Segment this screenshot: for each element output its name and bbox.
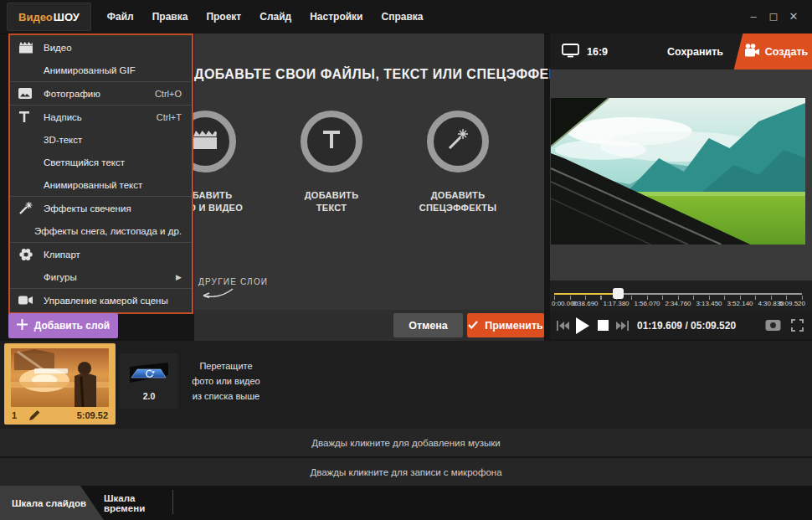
menu-item-shapes[interactable]: Фигуры ▶ <box>10 265 192 288</box>
menu-item-label: Эффекты снега, листопада и др. <box>34 226 182 236</box>
save-button[interactable]: Сохранить <box>667 33 723 70</box>
page-title: ДОБАВЬТЕ СВОИ ФАЙЛЫ, ТЕКСТ ИЛИ СПЕЦЭФФЕК… <box>194 67 489 82</box>
tab-time-scale[interactable]: Шкала времени <box>104 486 174 520</box>
menu-item-label: Клипарт <box>44 250 182 260</box>
snapshot-icon[interactable] <box>765 319 781 332</box>
menu-item-label: Анимированный GIF <box>44 65 182 75</box>
menu-item-3d-text[interactable]: 3D-текст <box>10 128 192 151</box>
clipart-icon <box>18 247 44 262</box>
preview-timeline-ruler[interactable]: 0:00.000 0:38.690 1:17.380 1:56.070 2:34… <box>550 281 812 311</box>
logo-text-2: ШОУ <box>54 11 80 23</box>
clapperboard-icon <box>18 41 44 54</box>
seek-track-progress <box>554 293 619 295</box>
menu-item-scene-camera[interactable]: Управление камерой сцены <box>10 288 192 311</box>
submenu-arrow-icon: ▶ <box>176 273 182 281</box>
editor-action-bar: Отмена Применить <box>194 310 544 341</box>
stop-button[interactable] <box>598 320 609 331</box>
music-hint-label: Дважды кликните для добавления музыки <box>311 438 500 448</box>
menu-item-clipart[interactable]: Клипарт <box>10 242 192 265</box>
cancel-button[interactable]: Отмена <box>393 313 463 337</box>
tab-slide-scale[interactable]: Шкала слайдов <box>0 486 104 520</box>
text-icon <box>18 111 44 122</box>
video-preview <box>550 70 812 281</box>
apply-label: Применить <box>485 320 543 332</box>
menu-item-snow-effects[interactable]: Эффекты снега, листопада и др. <box>10 219 192 242</box>
menu-item-video[interactable]: Видео <box>10 36 192 59</box>
menu-item-glow-effects[interactable]: Эффекты свечения <box>10 196 192 219</box>
movie-camera-icon <box>744 44 760 59</box>
menu-item-glowing-text[interactable]: Светящийся текст <box>10 151 192 173</box>
minimize-button[interactable]: – <box>743 1 763 33</box>
create-label: Создать <box>765 46 808 58</box>
previous-frame-button[interactable] <box>557 321 569 331</box>
timeline-tabbar: Шкала слайдов Шкала времени <box>0 486 812 520</box>
fullscreen-icon[interactable] <box>791 319 804 332</box>
close-button[interactable]: ✕ <box>784 1 804 33</box>
menu-item-label: Светящийся текст <box>44 157 182 167</box>
menu-item-caption[interactable]: Надпись Ctrl+T <box>10 105 192 128</box>
menu-project[interactable]: Проект <box>197 0 250 33</box>
app-logo[interactable]: Видео ШОУ <box>7 3 91 31</box>
aspect-ratio-control[interactable]: 16:9 <box>562 33 608 70</box>
tick-label: 5:09.520 <box>779 300 805 307</box>
other-layers-arrow-icon <box>199 288 234 303</box>
transition-duration: 2.0 <box>143 391 156 401</box>
menu-help[interactable]: Справка <box>373 0 433 33</box>
music-track[interactable]: Дважды кликните для добавления музыки <box>0 429 812 456</box>
videoshow-app-window: Видео ШОУ Файл Правка Проект Слайд Настр… <box>0 0 812 520</box>
menu-item-animated-gif[interactable]: Анимированный GIF <box>10 59 192 81</box>
microphone-track[interactable]: Дважды кликните для записи с микрофона <box>0 458 812 486</box>
tab-divider <box>172 490 173 514</box>
transition-icon <box>127 361 171 389</box>
menu-slide[interactable]: Слайд <box>250 0 301 33</box>
save-label: Сохранить <box>667 46 723 58</box>
transition-tile[interactable]: 2.0 <box>120 353 178 409</box>
cancel-label: Отмена <box>409 320 448 332</box>
aspect-ratio-value: 16:9 <box>587 46 608 58</box>
add-text-circle <box>301 111 362 172</box>
menu-file[interactable]: Файл <box>98 0 143 33</box>
menu-item-label: Фигуры <box>44 272 176 282</box>
mic-hint-label: Дважды кликните для записи с микрофона <box>310 467 501 477</box>
tick-label: 1:56.070 <box>634 300 660 307</box>
shortcut-label: Ctrl+O <box>155 89 182 99</box>
menu-item-label: Управление камерой сцены <box>44 296 182 306</box>
add-text-button[interactable]: ДОБАВИТЬТЕКСТ <box>269 111 394 214</box>
menu-item-label: Видео <box>44 43 182 53</box>
seek-handle[interactable] <box>613 288 624 299</box>
add-effects-button[interactable]: ДОБАВИТЬСПЕЦЭФФЕКТЫ <box>395 111 521 214</box>
plus-icon <box>17 319 28 332</box>
tick-label: 1:17.380 <box>603 300 629 307</box>
slide-number: 1 <box>12 410 17 420</box>
add-layer-button[interactable]: Добавить слой <box>8 313 118 338</box>
create-button[interactable]: Создать <box>728 33 812 70</box>
menu-item-animated-text[interactable]: Анимированный текст <box>10 173 192 196</box>
menu-item-label: 3D-текст <box>44 135 182 145</box>
play-button[interactable] <box>575 317 590 334</box>
maximize-button[interactable]: ◻ <box>763 1 784 33</box>
tick-label: 2:34.760 <box>665 300 691 307</box>
tick-label: 3:52.140 <box>727 300 753 307</box>
menubar: Видео ШОУ Файл Правка Проект Слайд Настр… <box>0 0 812 34</box>
edit-pencil-icon[interactable] <box>28 409 41 421</box>
monitor-icon <box>562 44 579 60</box>
preview-topbar: 16:9 Сохранить Создать <box>550 33 812 70</box>
menu-item-label: Надпись <box>44 112 157 122</box>
menu-settings[interactable]: Настройки <box>301 0 372 33</box>
menu-items: Файл Правка Проект Слайд Настройки Справ… <box>98 0 433 33</box>
menu-item-label: Эффекты свечения <box>44 203 182 214</box>
menu-item-label: Фотографию <box>44 89 155 99</box>
slide-track: 1 5:09.52 2.0 Перетащите фото <box>0 341 812 429</box>
slide-thumbnail-1[interactable]: 1 5:09.52 <box>4 343 116 425</box>
tick-label: 0:38.690 <box>572 300 598 307</box>
next-frame-button[interactable] <box>616 321 629 331</box>
text-icon <box>321 129 342 154</box>
photo-icon <box>18 88 44 99</box>
menu-item-photo[interactable]: Фотографию Ctrl+O <box>10 81 192 105</box>
add-text-label: ДОБАВИТЬТЕКСТ <box>269 189 394 214</box>
scene-camera-icon <box>18 296 44 305</box>
apply-button[interactable]: Применить <box>467 313 544 337</box>
menu-edit[interactable]: Правка <box>143 0 198 33</box>
add-layer-label: Добавить слой <box>34 320 110 332</box>
slide-thumbnail-footer: 1 5:09.52 <box>12 409 108 421</box>
